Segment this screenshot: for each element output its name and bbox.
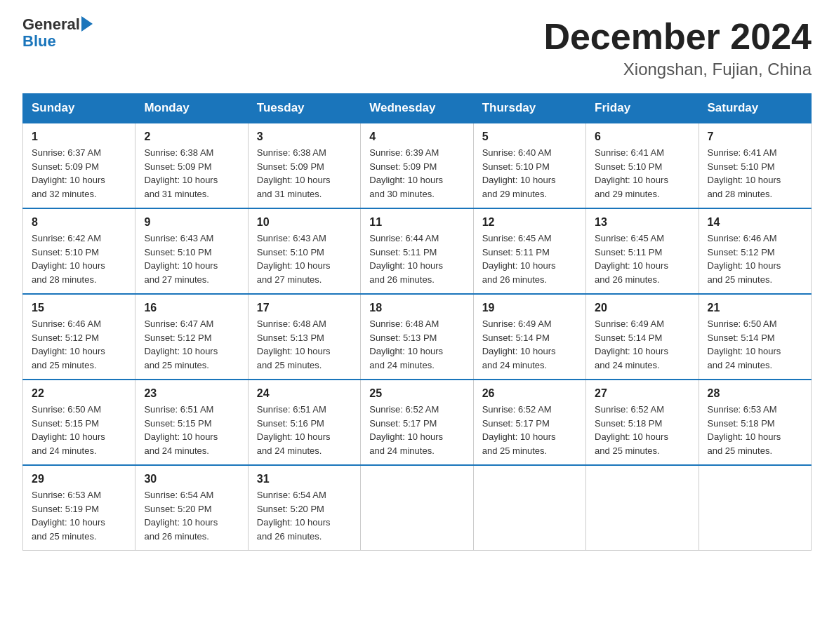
day-cell-7: 7 Sunrise: 6:41 AMSunset: 5:10 PMDayligh… (699, 123, 811, 208)
title-area: December 2024 Xiongshan, Fujian, China (543, 17, 812, 79)
day-number: 31 (257, 473, 352, 485)
day-cell-27: 27 Sunrise: 6:52 AMSunset: 5:18 PMDaylig… (586, 380, 699, 465)
day-info: Sunrise: 6:39 AMSunset: 5:09 PMDaylight:… (369, 147, 443, 199)
day-number: 25 (369, 387, 464, 400)
day-info: Sunrise: 6:45 AMSunset: 5:11 PMDaylight:… (482, 233, 556, 285)
day-info: Sunrise: 6:41 AMSunset: 5:10 PMDaylight:… (595, 147, 668, 199)
day-info: Sunrise: 6:46 AMSunset: 5:12 PMDaylight:… (708, 233, 781, 285)
day-cell-16: 16 Sunrise: 6:47 AMSunset: 5:12 PMDaylig… (135, 294, 248, 380)
day-cell-6: 6 Sunrise: 6:41 AMSunset: 5:10 PMDayligh… (586, 123, 699, 208)
day-cell-28: 28 Sunrise: 6:53 AMSunset: 5:18 PMDaylig… (699, 380, 811, 465)
logo-arrow-icon (81, 16, 93, 32)
day-number: 13 (595, 216, 689, 229)
day-info: Sunrise: 6:44 AMSunset: 5:11 PMDaylight:… (369, 233, 443, 285)
day-cell-9: 9 Sunrise: 6:43 AMSunset: 5:10 PMDayligh… (135, 208, 248, 294)
day-cell-19: 19 Sunrise: 6:49 AMSunset: 5:14 PMDaylig… (473, 294, 585, 380)
day-number: 6 (595, 130, 689, 143)
day-info: Sunrise: 6:53 AMSunset: 5:18 PMDaylight:… (708, 404, 781, 456)
day-cell-8: 8 Sunrise: 6:42 AMSunset: 5:10 PMDayligh… (23, 208, 135, 294)
day-cell-15: 15 Sunrise: 6:46 AMSunset: 5:12 PMDaylig… (23, 294, 135, 380)
day-info: Sunrise: 6:51 AMSunset: 5:16 PMDaylight:… (257, 404, 331, 456)
day-info: Sunrise: 6:52 AMSunset: 5:17 PMDaylight:… (369, 404, 443, 456)
day-cell-23: 23 Sunrise: 6:51 AMSunset: 5:15 PMDaylig… (135, 380, 248, 465)
day-info: Sunrise: 6:48 AMSunset: 5:13 PMDaylight:… (257, 318, 331, 370)
day-info: Sunrise: 6:45 AMSunset: 5:11 PMDaylight:… (595, 233, 668, 285)
day-info: Sunrise: 6:37 AMSunset: 5:09 PMDaylight:… (32, 147, 105, 199)
day-number: 16 (144, 302, 239, 314)
day-number: 2 (144, 130, 239, 143)
day-info: Sunrise: 6:50 AMSunset: 5:14 PMDaylight:… (708, 318, 781, 370)
day-number: 26 (482, 387, 577, 400)
logo: General Blue (22, 17, 93, 51)
logo-blue-text: Blue (22, 32, 93, 51)
day-info: Sunrise: 6:38 AMSunset: 5:09 PMDaylight:… (257, 147, 331, 199)
day-info: Sunrise: 6:46 AMSunset: 5:12 PMDaylight:… (32, 318, 105, 370)
day-cell-5: 5 Sunrise: 6:40 AMSunset: 5:10 PMDayligh… (473, 123, 585, 208)
day-cell-13: 13 Sunrise: 6:45 AMSunset: 5:11 PMDaylig… (586, 208, 699, 294)
day-number: 21 (708, 302, 802, 314)
day-info: Sunrise: 6:49 AMSunset: 5:14 PMDaylight:… (595, 318, 668, 370)
day-cell-30: 30 Sunrise: 6:54 AMSunset: 5:20 PMDaylig… (135, 465, 248, 551)
week-row-1: 1 Sunrise: 6:37 AMSunset: 5:09 PMDayligh… (23, 123, 812, 208)
empty-cell-w4-d6 (699, 465, 811, 551)
day-info: Sunrise: 6:42 AMSunset: 5:10 PMDaylight:… (32, 233, 105, 285)
day-number: 1 (32, 130, 126, 143)
day-number: 22 (32, 387, 126, 400)
day-cell-18: 18 Sunrise: 6:48 AMSunset: 5:13 PMDaylig… (361, 294, 473, 380)
day-cell-10: 10 Sunrise: 6:43 AMSunset: 5:10 PMDaylig… (248, 208, 360, 294)
day-number: 3 (257, 130, 352, 143)
col-saturday: Saturday (699, 94, 811, 123)
day-number: 5 (482, 130, 577, 143)
day-cell-1: 1 Sunrise: 6:37 AMSunset: 5:09 PMDayligh… (23, 123, 135, 208)
day-info: Sunrise: 6:54 AMSunset: 5:20 PMDaylight:… (257, 490, 331, 542)
day-info: Sunrise: 6:41 AMSunset: 5:10 PMDaylight:… (708, 147, 781, 199)
day-info: Sunrise: 6:48 AMSunset: 5:13 PMDaylight:… (369, 318, 443, 370)
day-number: 8 (32, 216, 126, 229)
col-monday: Monday (135, 94, 248, 123)
day-number: 24 (257, 387, 352, 400)
day-info: Sunrise: 6:49 AMSunset: 5:14 PMDaylight:… (482, 318, 556, 370)
day-number: 15 (32, 302, 126, 314)
col-tuesday: Tuesday (248, 94, 360, 123)
logo-general-text: General (22, 17, 80, 32)
day-number: 11 (369, 216, 464, 229)
day-info: Sunrise: 6:43 AMSunset: 5:10 PMDaylight:… (144, 233, 218, 285)
day-cell-14: 14 Sunrise: 6:46 AMSunset: 5:12 PMDaylig… (699, 208, 811, 294)
col-thursday: Thursday (473, 94, 585, 123)
day-info: Sunrise: 6:38 AMSunset: 5:09 PMDaylight:… (144, 147, 218, 199)
week-row-5: 29 Sunrise: 6:53 AMSunset: 5:19 PMDaylig… (23, 465, 812, 551)
day-cell-25: 25 Sunrise: 6:52 AMSunset: 5:17 PMDaylig… (361, 380, 473, 465)
day-cell-2: 2 Sunrise: 6:38 AMSunset: 5:09 PMDayligh… (135, 123, 248, 208)
calendar-table: Sunday Monday Tuesday Wednesday Thursday… (22, 93, 812, 551)
day-cell-12: 12 Sunrise: 6:45 AMSunset: 5:11 PMDaylig… (473, 208, 585, 294)
empty-cell-w4-d5 (586, 465, 699, 551)
empty-cell-w4-d3 (361, 465, 473, 551)
day-number: 20 (595, 302, 689, 314)
day-cell-24: 24 Sunrise: 6:51 AMSunset: 5:16 PMDaylig… (248, 380, 360, 465)
day-cell-4: 4 Sunrise: 6:39 AMSunset: 5:09 PMDayligh… (361, 123, 473, 208)
day-cell-3: 3 Sunrise: 6:38 AMSunset: 5:09 PMDayligh… (248, 123, 360, 208)
day-number: 23 (144, 387, 239, 400)
day-info: Sunrise: 6:52 AMSunset: 5:17 PMDaylight:… (482, 404, 556, 456)
day-cell-29: 29 Sunrise: 6:53 AMSunset: 5:19 PMDaylig… (23, 465, 135, 551)
location-title: Xiongshan, Fujian, China (543, 60, 812, 79)
month-title: December 2024 (543, 17, 812, 57)
day-cell-20: 20 Sunrise: 6:49 AMSunset: 5:14 PMDaylig… (586, 294, 699, 380)
day-info: Sunrise: 6:52 AMSunset: 5:18 PMDaylight:… (595, 404, 668, 456)
day-number: 4 (369, 130, 464, 143)
day-number: 14 (708, 216, 802, 229)
week-row-2: 8 Sunrise: 6:42 AMSunset: 5:10 PMDayligh… (23, 208, 812, 294)
day-info: Sunrise: 6:54 AMSunset: 5:20 PMDaylight:… (144, 490, 218, 542)
day-number: 28 (708, 387, 802, 400)
calendar-header-row: Sunday Monday Tuesday Wednesday Thursday… (23, 94, 812, 123)
day-number: 27 (595, 387, 689, 400)
day-number: 12 (482, 216, 577, 229)
week-row-3: 15 Sunrise: 6:46 AMSunset: 5:12 PMDaylig… (23, 294, 812, 380)
day-info: Sunrise: 6:47 AMSunset: 5:12 PMDaylight:… (144, 318, 218, 370)
day-cell-11: 11 Sunrise: 6:44 AMSunset: 5:11 PMDaylig… (361, 208, 473, 294)
day-number: 17 (257, 302, 352, 314)
day-number: 10 (257, 216, 352, 229)
day-cell-31: 31 Sunrise: 6:54 AMSunset: 5:20 PMDaylig… (248, 465, 360, 551)
day-number: 30 (144, 473, 239, 485)
day-info: Sunrise: 6:51 AMSunset: 5:15 PMDaylight:… (144, 404, 218, 456)
